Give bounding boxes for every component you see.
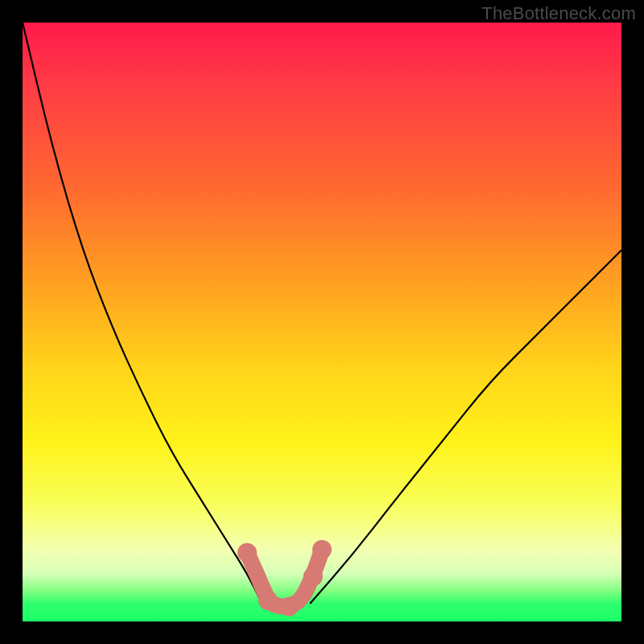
watermark-text: TheBottleneck.com bbox=[481, 3, 636, 24]
trough-marker bbox=[279, 597, 299, 616]
curve-right bbox=[310, 250, 621, 604]
trough-marker bbox=[258, 591, 278, 610]
trough-marker bbox=[237, 543, 257, 562]
trough-marker bbox=[312, 540, 332, 559]
trough-marker bbox=[303, 567, 323, 586]
chart-svg bbox=[23, 23, 621, 621]
chart-frame: TheBottleneck.com bbox=[0, 0, 644, 644]
plot-area bbox=[23, 23, 621, 621]
curve-left bbox=[23, 23, 262, 604]
trough-highlight bbox=[237, 540, 332, 617]
